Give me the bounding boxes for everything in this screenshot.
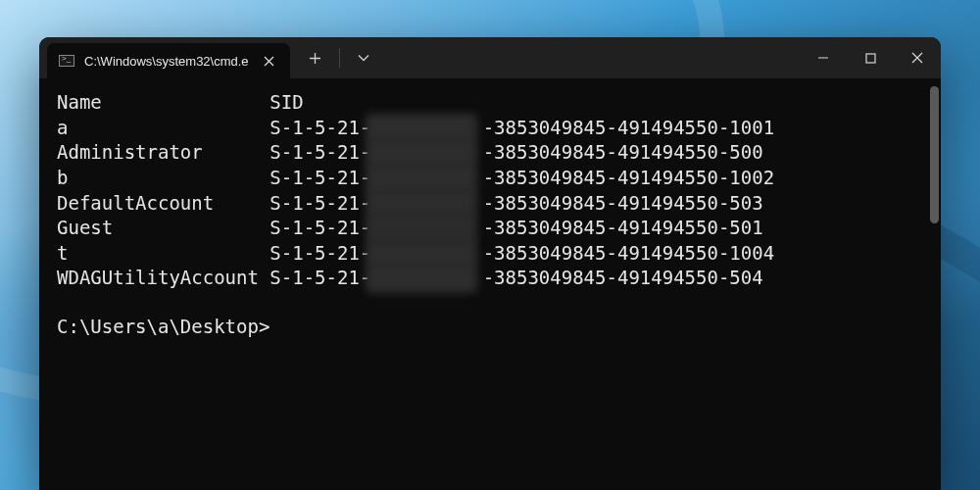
sid-suffix: -3853049845-491494550-503 [483, 192, 763, 214]
column-header-sid: SID [270, 90, 303, 116]
close-icon [911, 52, 923, 64]
tab-cmd[interactable]: C:\Windows\system32\cmd.e [47, 43, 290, 78]
sid-prefix: S-1-5-21- [270, 217, 370, 238]
account-name: DefaultAccount [57, 191, 270, 217]
account-sid: S-1-5-21-XXXXXXXXXX-3853049845-491494550… [270, 166, 774, 191]
minimize-button[interactable] [800, 37, 847, 78]
minimize-icon [817, 52, 829, 64]
output-row: WDAGUtilityAccountS-1-5-21-XXXXXXXXXX-38… [57, 266, 923, 291]
plus-icon [309, 52, 321, 65]
divider [339, 48, 340, 68]
tab-actions [290, 37, 381, 78]
tab-dropdown-button[interactable] [346, 40, 381, 75]
sid-suffix: -3853049845-491494550-1004 [483, 242, 774, 264]
account-sid: S-1-5-21-XXXXXXXXXX-3853049845-491494550… [270, 140, 762, 166]
title-bar[interactable]: C:\Windows\system32\cmd.e [39, 37, 941, 78]
output-row: tS-1-5-21-XXXXXXXXXX-3853049845-49149455… [57, 241, 923, 267]
prompt: C:\Users\a\Desktop> [57, 315, 923, 340]
sid-suffix: -3853049845-491494550-504 [483, 267, 763, 288]
output-row: aS-1-5-21-XXXXXXXXXX-3853049845-49149455… [57, 116, 923, 141]
svg-rect-0 [866, 54, 875, 63]
scrollbar-thumb[interactable] [930, 86, 939, 223]
window-controls [800, 37, 941, 78]
account-sid: S-1-5-21-XXXXXXXXXX-3853049845-491494550… [270, 191, 762, 217]
output-row: DefaultAccountS-1-5-21-XXXXXXXXXX-385304… [57, 191, 923, 217]
sid-suffix: -3853049845-491494550-1001 [483, 117, 774, 138]
maximize-button[interactable] [847, 37, 894, 78]
account-name: b [57, 166, 270, 191]
output-row: bS-1-5-21-XXXXXXXXXX-3853049845-49149455… [57, 166, 923, 191]
sid-prefix: S-1-5-21- [270, 167, 370, 188]
output-row: GuestS-1-5-21-XXXXXXXXXX-3853049845-4914… [57, 216, 923, 241]
account-sid: S-1-5-21-XXXXXXXXXX-3853049845-491494550… [270, 241, 774, 267]
redaction-overlay [366, 264, 477, 293]
sid-prefix: S-1-5-21- [270, 117, 370, 138]
chevron-down-icon [358, 54, 369, 62]
prompt-text: C:\Users\a\Desktop> [57, 316, 270, 337]
close-icon [264, 56, 274, 67]
sid-suffix: -3853049845-491494550-1002 [483, 167, 774, 188]
sid-prefix: S-1-5-21- [270, 267, 370, 288]
new-tab-button[interactable] [298, 40, 333, 75]
header-row: Name SID [57, 90, 923, 116]
sid-prefix: S-1-5-21- [270, 192, 370, 214]
output-row: AdministratorS-1-5-21-XXXXXXXXXX-3853049… [57, 140, 923, 166]
cmd-icon [59, 55, 74, 67]
column-header-name: Name [57, 90, 270, 116]
account-sid: S-1-5-21-XXXXXXXXXX-3853049845-491494550… [270, 116, 774, 141]
sid-suffix: -3853049845-491494550-500 [483, 141, 763, 163]
account-name: a [57, 116, 270, 141]
account-sid: S-1-5-21-XXXXXXXXXX-3853049845-491494550… [270, 266, 762, 291]
account-name: WDAGUtilityAccount [57, 266, 270, 291]
tab-strip: C:\Windows\system32\cmd.e [39, 37, 290, 78]
tab-title: C:\Windows\system32\cmd.e [84, 54, 249, 69]
sid-suffix: -3853049845-491494550-501 [483, 217, 763, 238]
account-name: Administrator [57, 140, 270, 166]
terminal-window: C:\Windows\system32\cmd.e [39, 37, 941, 490]
sid-prefix: S-1-5-21- [270, 242, 370, 264]
account-name: t [57, 241, 270, 267]
terminal-output[interactable]: Name SID aS-1-5-21-XXXXXXXXXX-3853049845… [39, 78, 941, 490]
close-tab-button[interactable] [259, 50, 280, 72]
maximize-icon [865, 53, 876, 64]
account-name: Guest [57, 216, 270, 241]
sid-prefix: S-1-5-21- [270, 141, 370, 163]
account-sid: S-1-5-21-XXXXXXXXXX-3853049845-491494550… [270, 216, 762, 241]
close-window-button[interactable] [894, 37, 941, 78]
